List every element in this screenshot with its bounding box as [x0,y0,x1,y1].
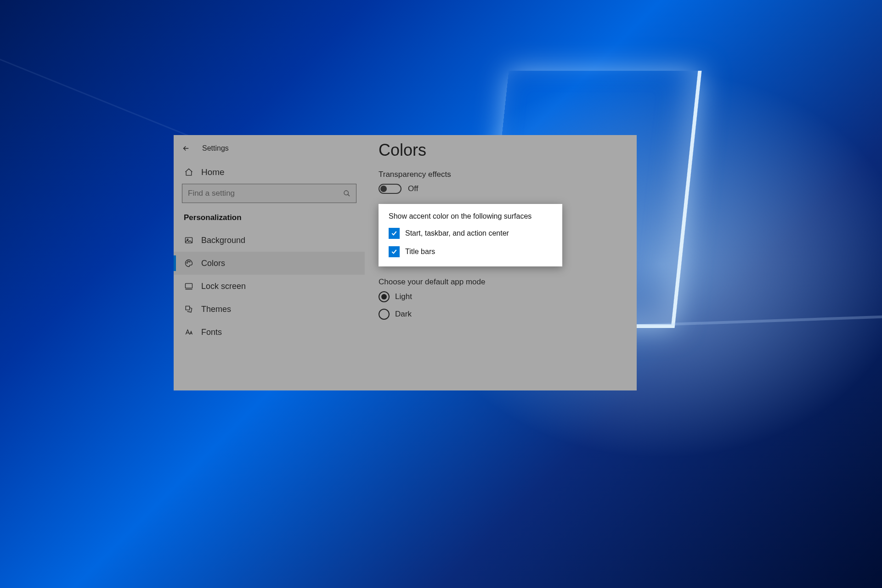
radio-label: Light [395,292,412,301]
fonts-icon [184,327,194,337]
accent-surfaces-card: Show accent color on the following surfa… [379,204,562,266]
desktop-wallpaper: Settings Home Personalization Back [0,0,882,588]
checkbox-label: Start, taskbar, and action center [405,229,509,237]
palette-icon [184,258,194,268]
svg-rect-6 [186,283,192,288]
checkbox-start-taskbar[interactable] [389,228,400,239]
home-icon [184,167,194,177]
sidebar-home-label: Home [201,167,225,177]
sidebar-item-background[interactable]: Background [174,229,365,252]
sidebar-item-fonts[interactable]: Fonts [174,321,365,344]
toggle-knob [380,186,387,192]
svg-point-3 [187,262,187,263]
checkbox-title-bars[interactable] [389,246,400,257]
sidebar-item-label: Lock screen [201,282,246,291]
sidebar-item-themes[interactable]: Themes [174,298,365,321]
sidebar-item-label: Colors [201,259,225,268]
settings-sidebar: Settings Home Personalization Back [174,135,365,390]
transparency-label: Transparency effects [379,170,623,179]
search-icon [343,190,351,197]
svg-point-0 [344,191,348,195]
sidebar-item-label: Themes [201,305,231,314]
svg-point-5 [189,261,190,262]
themes-icon [184,304,194,314]
arrow-left-icon [182,144,190,153]
transparency-toggle[interactable] [379,184,401,194]
check-icon [390,248,398,255]
sidebar-item-lock-screen[interactable]: Lock screen [174,275,365,298]
radio-light[interactable] [379,291,390,302]
back-button[interactable] [181,143,191,153]
settings-window: Settings Home Personalization Back [174,135,637,390]
window-title: Settings [202,144,229,153]
page-title: Colors [379,141,623,160]
sidebar-item-label: Fonts [201,328,222,337]
app-mode-label: Choose your default app mode [379,277,623,287]
settings-content: Colors Transparency effects Off Show acc… [365,135,637,390]
sidebar-home[interactable]: Home [174,163,365,184]
sidebar-section-header: Personalization [174,213,365,229]
accent-surfaces-label: Show accent color on the following surfa… [389,212,552,220]
search-input[interactable] [188,189,326,198]
sidebar-item-colors[interactable]: Colors [174,252,365,275]
radio-dark[interactable] [379,309,390,320]
search-field[interactable] [182,184,356,203]
check-icon [390,230,398,237]
sidebar-item-label: Background [201,236,245,245]
radio-label: Dark [395,310,412,319]
svg-point-4 [188,261,189,262]
window-titlebar: Settings [174,140,365,163]
checkbox-label: Title bars [405,248,435,256]
lock-screen-icon [184,281,194,291]
picture-icon [184,235,194,245]
transparency-state: Off [408,184,418,193]
